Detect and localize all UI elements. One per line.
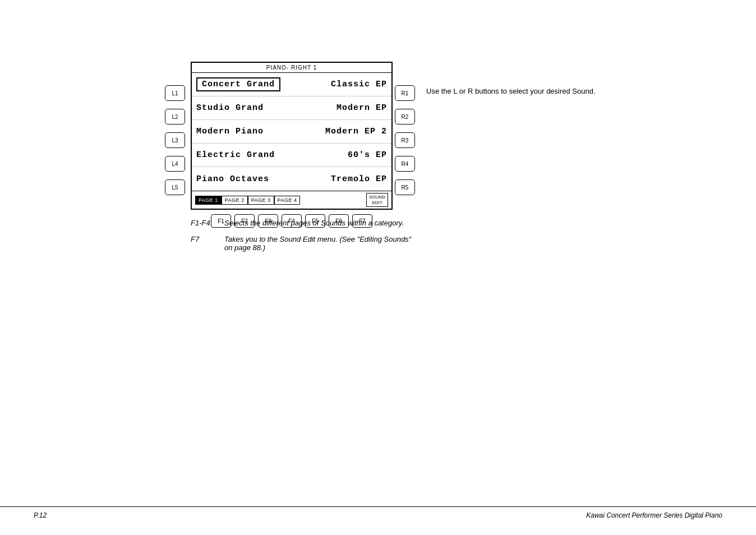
footer-page-number: P.12 bbox=[34, 511, 47, 519]
page-tabs-row: PAGE 1 PAGE 2 PAGE 3 PAGE 4 SOUNDEDIT bbox=[192, 191, 391, 209]
page: L1 L2 L3 L4 L5 R1 R2 R3 R4 R5 PIANO- RIG… bbox=[0, 0, 756, 535]
r3-button[interactable]: R3 bbox=[395, 132, 415, 148]
l3-button[interactable]: L3 bbox=[165, 132, 185, 148]
desc-text-1: Selects the different pages of Sounds wi… bbox=[224, 219, 499, 227]
page-tab-2[interactable]: PAGE 2 bbox=[222, 196, 248, 205]
sound-right-1: Classic EP bbox=[331, 80, 387, 89]
desc-line-2: F7 Takes you to the Sound Edit menu. (Se… bbox=[191, 235, 499, 252]
panel-title: PIANO- RIGHT 1 bbox=[192, 63, 391, 73]
page-tabs: PAGE 1 PAGE 2 PAGE 3 PAGE 4 bbox=[195, 196, 300, 205]
sound-rows: Concert Grand Classic EP Studio Grand Mo… bbox=[192, 73, 391, 191]
desc-key-1: F1-F4 bbox=[191, 219, 213, 227]
page-tab-1[interactable]: PAGE 1 bbox=[195, 196, 222, 205]
display-panel: PIANO- RIGHT 1 Concert Grand Classic EP … bbox=[191, 62, 393, 210]
desc-line-1: F1-F4 Selects the different pages of Sou… bbox=[191, 219, 499, 227]
r1-button[interactable]: R1 bbox=[395, 85, 415, 101]
sound-left-2: Studio Grand bbox=[196, 103, 264, 113]
sound-right-5: Tremolo EP bbox=[331, 174, 387, 184]
r5-button[interactable]: R5 bbox=[395, 179, 415, 195]
sound-edit-button[interactable]: SOUNDEDIT bbox=[366, 193, 388, 207]
description-area: F1-F4 Selects the different pages of Sou… bbox=[191, 219, 499, 260]
sound-row-4: Electric Grand 60's EP bbox=[192, 144, 391, 167]
display-panel-area: PIANO- RIGHT 1 Concert Grand Classic EP … bbox=[191, 62, 393, 228]
sound-right-2: Modern EP bbox=[336, 103, 387, 113]
desc-key-2: F7 bbox=[191, 235, 213, 252]
sound-left-4: Electric Grand bbox=[196, 150, 275, 160]
r4-button[interactable]: R4 bbox=[395, 156, 415, 172]
sound-right-4: 60's EP bbox=[348, 150, 387, 160]
l4-button[interactable]: L4 bbox=[165, 156, 185, 172]
l5-button[interactable]: L5 bbox=[165, 179, 185, 195]
desc-text-2: Takes you to the Sound Edit menu. (See "… bbox=[224, 235, 499, 252]
r2-button[interactable]: R2 bbox=[395, 109, 415, 124]
l2-button[interactable]: L2 bbox=[165, 109, 185, 124]
sound-right-3: Modern EP 2 bbox=[325, 127, 387, 136]
footer-product-name: Kawai Concert Performer Series Digital P… bbox=[586, 511, 722, 519]
footer: P.12 Kawai Concert Performer Series Digi… bbox=[0, 506, 756, 519]
sound-left-3: Modern Piano bbox=[196, 127, 264, 136]
side-note: Use the L or R buttons to select your de… bbox=[426, 87, 596, 95]
sound-left-5: Piano Octaves bbox=[196, 174, 269, 184]
page-tab-3[interactable]: PAGE 3 bbox=[248, 196, 274, 205]
sound-row-5: Piano Octaves Tremolo EP bbox=[192, 167, 391, 191]
sound-row-1: Concert Grand Classic EP bbox=[192, 73, 391, 96]
l1-button[interactable]: L1 bbox=[165, 85, 185, 101]
sound-row-2: Studio Grand Modern EP bbox=[192, 96, 391, 120]
page-tab-4[interactable]: PAGE 4 bbox=[274, 196, 301, 205]
sound-left-1: Concert Grand bbox=[196, 77, 280, 91]
sound-row-3: Modern Piano Modern EP 2 bbox=[192, 120, 391, 144]
